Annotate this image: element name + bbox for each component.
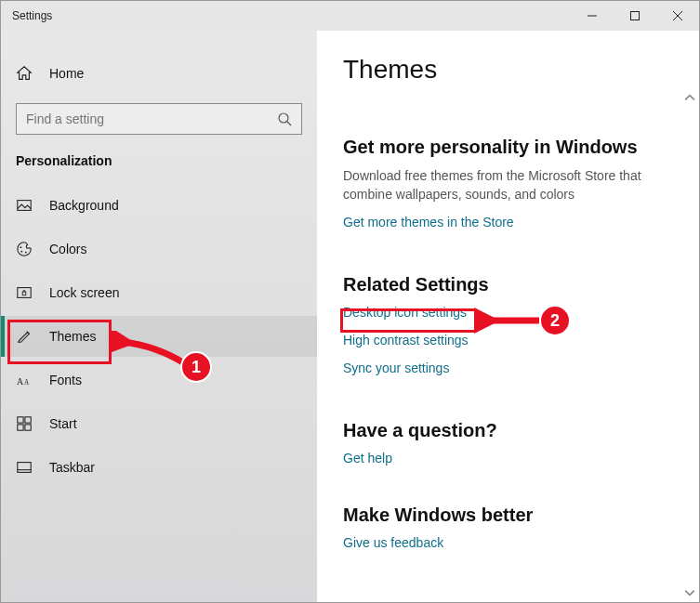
sidebar-item-themes[interactable]: Themes [1,316,317,357]
themes-icon [16,328,33,345]
sidebar-item-background[interactable]: Background [1,185,317,226]
close-button[interactable] [656,1,699,31]
related-heading: Related Settings [343,274,680,295]
maximize-button[interactable] [614,1,656,31]
search-input[interactable] [26,111,277,126]
home-icon [16,65,33,82]
picture-icon [16,197,33,214]
sidebar-item-label: Themes [49,329,97,344]
svg-point-4 [279,113,288,123]
sidebar-item-label: Taskbar [49,460,95,475]
sidebar-item-start[interactable]: Start [1,403,317,444]
svg-rect-10 [18,288,31,298]
chevron-up-icon [684,92,695,103]
svg-rect-14 [18,417,23,423]
store-heading: Get more personality in Windows [343,137,680,158]
home-button[interactable]: Home [1,55,317,92]
titlebar: Settings [1,1,699,31]
store-desc: Download free themes from the Microsoft … [343,167,668,203]
svg-rect-11 [22,292,26,295]
search-icon [277,111,292,126]
start-icon [16,415,33,432]
sidebar-item-label: Background [49,198,119,213]
lock-screen-icon [16,284,33,301]
svg-rect-6 [18,201,31,211]
taskbar-icon [16,459,33,476]
maximize-icon [630,11,640,20]
search-box[interactable] [16,103,302,135]
svg-rect-17 [25,425,31,430]
svg-rect-1 [631,12,640,20]
svg-point-9 [25,252,27,254]
palette-icon [16,241,33,257]
svg-point-7 [20,246,22,248]
svg-point-8 [20,251,22,253]
sidebar-item-label: Fonts [49,373,82,387]
svg-text:A: A [24,379,30,387]
sidebar-item-colors[interactable]: Colors [1,229,317,269]
high-contrast-settings-link[interactable]: High contrast settings [343,333,469,347]
svg-rect-15 [25,417,31,423]
sidebar-item-label: Start [49,416,77,431]
sidebar-item-label: Colors [49,242,86,256]
svg-text:A: A [17,376,24,387]
close-icon [673,11,682,20]
sidebar-item-fonts[interactable]: AA Fonts [1,360,317,400]
svg-rect-18 [18,463,31,473]
feedback-link[interactable]: Give us feedback [343,535,443,550]
sidebar-item-taskbar[interactable]: Taskbar [1,447,317,488]
store-link[interactable]: Get more themes in the Store [343,215,514,229]
window-title: Settings [1,9,52,22]
chevron-down-icon [684,587,695,598]
scroll-up-button[interactable] [684,92,695,103]
settings-window: Settings Home Personalization [0,0,700,603]
sidebar: Home Personalization Background Colors [1,31,317,602]
better-heading: Make Windows better [343,505,680,526]
sidebar-item-lock-screen[interactable]: Lock screen [1,272,317,313]
question-heading: Have a question? [343,420,680,441]
fonts-icon: AA [16,372,33,388]
scroll-down-button[interactable] [684,587,695,598]
get-help-link[interactable]: Get help [343,451,392,465]
section-title: Personalization [1,148,317,185]
sync-your-settings-link[interactable]: Sync your settings [343,360,449,375]
home-label: Home [49,66,84,81]
main-content: Themes Get more personality in Windows D… [317,31,699,602]
minimize-icon [588,11,597,20]
svg-line-5 [287,122,291,125]
svg-rect-16 [18,425,23,430]
page-title: Themes [343,55,680,85]
minimize-button[interactable] [571,1,614,31]
desktop-icon-settings-link[interactable]: Desktop icon settings [343,305,467,320]
sidebar-item-label: Lock screen [49,285,119,300]
